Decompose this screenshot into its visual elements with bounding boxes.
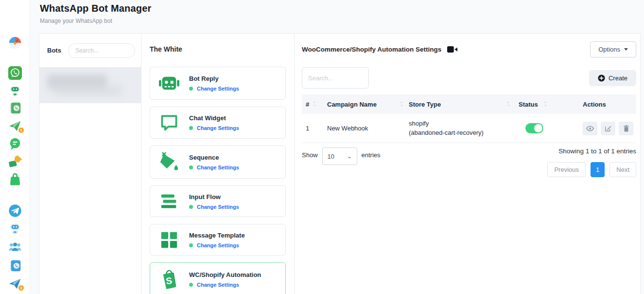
automation-settings-panel: WooCommerce/Shopify Automation Settings …	[295, 34, 640, 294]
bars-icon	[159, 193, 179, 210]
sidebar-item-telegram-campaign[interactable]: 1	[0, 276, 30, 291]
status-dot	[189, 165, 193, 169]
sort-icon[interactable]	[312, 101, 317, 107]
table-search-input[interactable]	[302, 67, 369, 89]
status-dot	[189, 87, 193, 91]
status-dot	[189, 243, 193, 247]
show-label: Show	[302, 151, 318, 159]
current-page-button[interactable]: 1	[591, 162, 605, 177]
sidebar-item-whatsapp-campaign[interactable]: 1	[0, 119, 30, 133]
sidebar-item-telegram-groups[interactable]	[0, 239, 30, 254]
change-settings-link[interactable]: Change Settings	[197, 242, 239, 248]
card-title: Bot Reply	[189, 75, 239, 82]
create-label: Create	[609, 74, 627, 82]
bots-search-input[interactable]	[68, 43, 135, 58]
sidebar-item-telegram-contacts[interactable]	[0, 258, 30, 273]
previous-page-button[interactable]: Previous	[547, 162, 586, 177]
sidebar-item-telegram-bot[interactable]	[0, 221, 30, 236]
status-dot	[189, 283, 193, 287]
store-type: shopify (abandoned-cart-recovery)	[409, 119, 484, 138]
sidebar-item-whatsapp-bot[interactable]	[0, 83, 30, 98]
grid-icon	[160, 231, 178, 249]
telegram-icon	[8, 203, 22, 218]
card-title: Chat Widget	[189, 114, 239, 122]
telegram-bot-icon	[8, 221, 22, 236]
features-panel: The White Bot Reply	[141, 34, 295, 294]
card-title: Message Template	[189, 232, 245, 239]
selected-bot-name: The White	[150, 45, 286, 53]
campaign-badge: 1	[18, 127, 24, 133]
chevron-down-icon: ⌄	[347, 153, 351, 160]
bots-panel-header: Bots	[39, 34, 141, 68]
card-bot-reply[interactable]: Bot Reply Change Settings	[150, 67, 286, 100]
options-label: Options	[598, 46, 620, 53]
view-button[interactable]	[583, 122, 597, 135]
chevron-down-icon	[624, 48, 628, 51]
entries-label: entries	[362, 151, 381, 159]
create-button[interactable]: Create	[589, 70, 636, 86]
status-dot	[189, 126, 193, 130]
campaign-badge: 1	[18, 285, 24, 291]
sidebar-item-integrations[interactable]	[0, 154, 30, 169]
delete-button[interactable]	[619, 122, 633, 135]
sort-icon[interactable]	[399, 101, 404, 107]
campaign-name: New Webhook	[327, 125, 368, 132]
edit-button[interactable]	[601, 122, 615, 135]
change-settings-link[interactable]: Change Settings	[197, 282, 239, 288]
bots-panel: Bots	[39, 34, 141, 294]
change-settings-link[interactable]: Change Settings	[197, 204, 239, 210]
change-settings-link[interactable]: Change Settings	[197, 165, 239, 170]
app-sidebar: 1	[0, 0, 30, 294]
card-title: Sequence	[189, 154, 239, 161]
card-title: WC/Shopify Automation	[189, 271, 261, 278]
bots-label: Bots	[47, 47, 61, 54]
card-sequence[interactable]: Sequence Change Settings	[150, 146, 286, 179]
store-bag-icon	[8, 172, 22, 186]
whatsapp-bot-icon	[8, 83, 22, 98]
column-header[interactable]: Store Type	[409, 101, 441, 108]
sidebar-item-dashboard[interactable]	[0, 36, 30, 50]
whatsapp-chat-icon	[8, 137, 22, 151]
whatsapp-icon	[8, 66, 22, 80]
status-toggle[interactable]	[525, 123, 543, 133]
card-wc-shopify-automation[interactable]: S WC/Shopify Automation Change Settings	[150, 262, 286, 294]
card-input-flow[interactable]: Input Flow Change Settings	[150, 185, 286, 217]
sidebar-item-whatsapp-contacts[interactable]	[0, 101, 30, 115]
whatsapp-contacts-icon	[8, 101, 22, 115]
card-message-template[interactable]: Message Template Change Settings	[150, 224, 286, 256]
sidebar-item-store[interactable]	[0, 172, 30, 186]
video-tutorial-icon[interactable]	[447, 46, 458, 53]
automation-title: WooCommerce/Shopify Automation Settings	[302, 46, 441, 53]
sidebar-item-whatsapp[interactable]	[0, 66, 30, 80]
edit-icon	[605, 125, 611, 132]
column-header[interactable]: Campaign Name	[327, 101, 377, 108]
main-card: Bots The White	[39, 33, 641, 294]
page-size-value: 10	[328, 153, 334, 160]
sidebar-item-whatsapp-chat[interactable]	[0, 137, 30, 151]
chat-bubble-icon	[159, 113, 179, 132]
content-area: WhatsApp Bot Manager Manage your WhatsAp…	[30, 0, 644, 294]
table-header-row: # Campaign Name Stor	[302, 94, 636, 114]
status-dot	[189, 205, 193, 209]
next-page-button[interactable]: Next	[609, 162, 636, 177]
card-chat-widget[interactable]: Chat Widget Change Settings	[150, 107, 286, 139]
change-settings-link[interactable]: Change Settings	[197, 86, 239, 92]
telegram-groups-icon	[8, 241, 22, 253]
sort-icon[interactable]	[506, 101, 511, 107]
sort-icon[interactable]	[543, 101, 548, 107]
card-title: Input Flow	[189, 193, 239, 201]
options-button[interactable]: Options	[590, 41, 636, 57]
change-settings-link[interactable]: Change Settings	[197, 125, 239, 131]
row-index: 1	[306, 125, 309, 132]
sidebar-item-telegram[interactable]	[0, 203, 30, 218]
page-size-select[interactable]: 10 ⌄	[322, 147, 357, 165]
dashboard-gauge-icon	[8, 36, 22, 50]
trash-icon	[623, 125, 629, 132]
paint-bucket-icon	[159, 152, 179, 172]
column-header[interactable]: Status	[519, 101, 538, 108]
table-footer: Show 10 ⌄ entries Showing 1 to 1 of 1 en…	[302, 147, 636, 177]
column-header[interactable]: #	[306, 101, 309, 108]
page-header: WhatsApp Bot Manager Manage your WhatsAp…	[30, 0, 644, 24]
column-header: Actions	[583, 101, 606, 108]
bot-list-item[interactable]	[39, 68, 141, 103]
